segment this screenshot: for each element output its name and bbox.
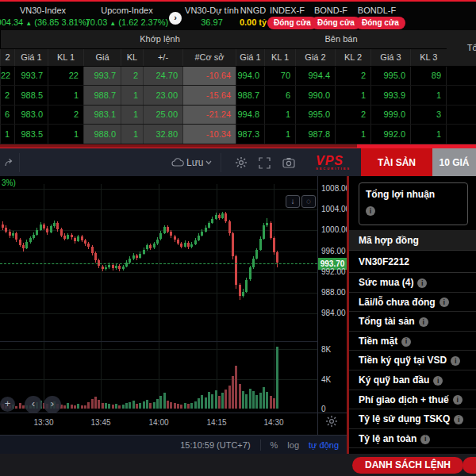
info-icon[interactable]: i [417, 278, 427, 288]
table-cell[interactable]: 999.0 [371, 105, 411, 125]
table-cell[interactable]: 32.80 [144, 125, 183, 144]
info-icon[interactable]: i [454, 415, 463, 424]
share-icon[interactable] [4, 155, 15, 171]
table-cell[interactable]: -21.24 [183, 105, 236, 125]
metric-label: Tiền mặt [359, 336, 397, 347]
camera-snapshot-icon[interactable] [282, 155, 295, 171]
table-row[interactable]: 1983.51988.0132.80-10.34987.31987.81992.… [1, 125, 476, 144]
table-cell[interactable]: 1 [48, 86, 84, 106]
table-cell[interactable]: 1 [265, 105, 296, 125]
table-cell[interactable]: 993.7 [15, 66, 48, 86]
pane-separator[interactable] [0, 341, 318, 342]
table-cell[interactable]: 25.00 [144, 105, 183, 125]
table-cell[interactable]: 24.70 [144, 66, 183, 86]
table-cell[interactable]: 992.0 [371, 125, 411, 144]
next-indices-button[interactable]: › [169, 12, 182, 25]
table-cell[interactable]: 6 [1, 105, 15, 125]
scroll-right-button[interactable]: › [44, 396, 61, 413]
candle [74, 238, 76, 242]
info-icon[interactable]: i [419, 317, 428, 327]
table-cell[interactable]: 1 [121, 125, 144, 144]
volume-bar [63, 405, 66, 409]
table-cell[interactable]: 988.0 [84, 125, 121, 144]
table-cell[interactable]: 983.0 [15, 105, 48, 125]
table-cell[interactable]: 2 [1, 86, 15, 106]
table-cell[interactable]: 1 [121, 86, 144, 106]
tab-tai-san[interactable]: TÀI SẢN [361, 148, 432, 177]
table-cell[interactable]: -10.34 [183, 125, 236, 144]
info-icon[interactable]: i [440, 298, 449, 307]
table-cell[interactable]: -15.64 [183, 86, 236, 106]
table-cell[interactable]: 1 [336, 86, 371, 106]
price-axis-border[interactable] [317, 176, 318, 435]
table-cell[interactable]: 988.5 [15, 86, 48, 106]
order-book-table: Khớp lệnhBên bánTổng K2Giá 1KL 1GiáKL+/-… [0, 30, 476, 144]
volume-bar [153, 402, 155, 409]
reset-view-icon[interactable]: ◌ [301, 195, 316, 208]
table-cell[interactable]: 983.5 [15, 125, 48, 144]
scroll-left-button[interactable]: ‹ [25, 396, 42, 413]
table-cell[interactable]: 988.7 [84, 86, 121, 106]
volume-bar [81, 405, 83, 409]
table-cell[interactable]: 995.0 [296, 105, 336, 125]
chart-area[interactable]: 3%) 993.701008.001004.001000.00996.00992… [0, 176, 347, 435]
save-layout-button[interactable]: Lưu [171, 155, 212, 171]
table-cell[interactable]: 2 [336, 105, 371, 125]
table-cell[interactable]: 994.0 [236, 66, 265, 86]
table-cell[interactable]: 994.4 [296, 66, 336, 86]
volume-bar [136, 404, 138, 409]
download-icon[interactable]: ↓ [286, 195, 300, 208]
percent-scale-toggle[interactable]: % [271, 440, 278, 450]
chart-settings-gear-icon[interactable] [235, 155, 248, 171]
table-cell[interactable]: 1 [411, 125, 447, 144]
table-row[interactable]: 6983.02983.1125.00-21.24994.81995.02999.… [1, 105, 476, 125]
table-cell[interactable]: 995.0 [371, 66, 411, 86]
zoom-in-button[interactable]: + [0, 397, 15, 412]
table-cell[interactable]: 22 [48, 66, 84, 86]
table-cell[interactable]: 70 [265, 66, 296, 86]
table-cell[interactable]: 6 [265, 86, 296, 106]
table-cell[interactable]: 23.00 [144, 86, 183, 106]
table-cell[interactable]: 990.0 [296, 86, 336, 106]
info-icon[interactable]: i [433, 376, 443, 386]
table-cell[interactable]: 994.8 [236, 105, 265, 125]
table-cell[interactable]: 1 [265, 125, 296, 144]
table-cell[interactable]: 3 [411, 105, 447, 125]
metric-label: Ký quỹ ban đầu [359, 374, 429, 386]
table-cell[interactable]: 2 [336, 66, 371, 86]
table-cell[interactable]: 1 [411, 86, 447, 106]
candle [190, 244, 193, 247]
tab-10-gia[interactable]: 10 GIÁ [432, 148, 476, 177]
table-cell[interactable]: 2 [48, 105, 84, 125]
fullscreen-icon[interactable] [259, 155, 271, 171]
info-icon[interactable]: i [366, 206, 375, 216]
table-cell[interactable]: 983.1 [84, 105, 121, 125]
table-cell[interactable]: 1 [336, 125, 371, 144]
table-cell[interactable]: 987.3 [236, 125, 265, 144]
table-cell[interactable]: 22 [1, 66, 15, 86]
info-icon[interactable]: i [453, 395, 463, 405]
table-cell[interactable]: 993.9 [371, 86, 411, 106]
table-row[interactable]: 2988.51988.7123.00-15.64988.76990.01993.… [1, 86, 476, 106]
auto-scale-toggle[interactable]: tự động [309, 440, 339, 450]
log-scale-toggle[interactable]: log [287, 440, 299, 450]
secondary-list-button[interactable]: DA [463, 457, 476, 474]
contract-code-value[interactable]: VN30F2212 [349, 251, 476, 273]
info-icon[interactable]: i [451, 356, 460, 366]
candle [215, 215, 217, 219]
info-icon[interactable]: i [420, 435, 430, 444]
table-cell[interactable]: 993.7 [84, 66, 121, 86]
table-cell[interactable]: 987.8 [296, 125, 336, 144]
table-row[interactable]: 22993.722993.7224.70-10.64994.070994.429… [1, 66, 476, 86]
table-cell[interactable]: 988.7 [236, 86, 265, 106]
stat-value: 36.97 [201, 17, 223, 27]
table-cell[interactable]: 1 [1, 125, 15, 144]
table-cell[interactable]: 89 [411, 66, 447, 86]
order-list-button[interactable]: DANH SÁCH LỆNH [352, 457, 463, 474]
table-cell[interactable]: 2 [121, 66, 144, 86]
info-icon[interactable]: i [401, 337, 411, 347]
table-cell[interactable]: 1 [121, 105, 144, 125]
table-cell[interactable]: 1 [48, 125, 84, 144]
time-axis-settings-gear-icon[interactable] [325, 415, 338, 428]
table-cell[interactable]: -10.64 [183, 66, 236, 86]
